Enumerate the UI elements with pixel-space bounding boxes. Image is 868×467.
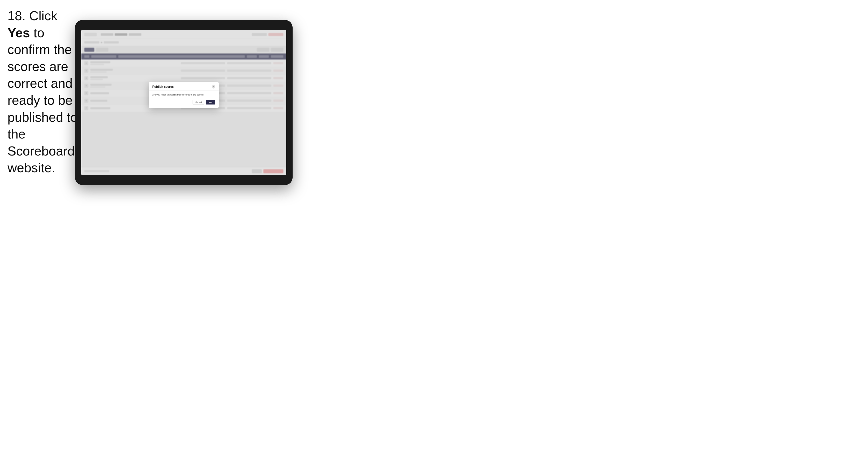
step-number: 18.	[7, 8, 26, 23]
tablet-screen: 1 2 3	[81, 30, 286, 175]
dialog-message: Are you ready to publish these scores to…	[152, 93, 215, 96]
dialog-title: Publish scores	[152, 85, 174, 89]
bold-yes: Yes	[7, 26, 30, 40]
dialog-body: Are you ready to publish these scores to…	[149, 91, 219, 108]
publish-scores-dialog: Publish scores × Are you ready to publis…	[149, 82, 219, 108]
dialog-header: Publish scores ×	[149, 82, 219, 91]
tablet-device: 1 2 3	[75, 20, 292, 185]
instruction-suffix: to confirm the scores are correct and re…	[7, 26, 78, 175]
cancel-button[interactable]: Cancel	[192, 100, 204, 104]
dialog-overlay: Publish scores × Are you ready to publis…	[81, 30, 286, 175]
dialog-actions: Cancel Yes	[152, 100, 215, 104]
instruction-prefix: Click	[29, 8, 58, 23]
instruction-text: 18. Click Yes to confirm the scores are …	[7, 7, 80, 177]
dialog-close-button[interactable]: ×	[212, 85, 215, 89]
yes-button[interactable]: Yes	[206, 100, 215, 104]
